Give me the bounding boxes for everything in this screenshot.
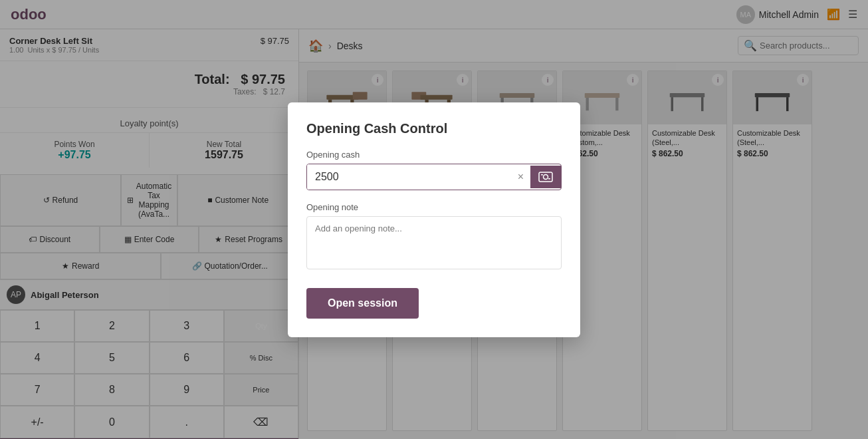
modal-overlay: Opening Cash Control Opening cash × Open… xyxy=(0,0,868,439)
svg-rect-20 xyxy=(539,172,552,182)
cash-icon-button[interactable] xyxy=(530,166,561,188)
svg-rect-22 xyxy=(541,174,543,176)
opening-note-label: Opening note xyxy=(306,202,562,212)
svg-point-21 xyxy=(544,174,548,179)
modal-title: Opening Cash Control xyxy=(306,121,562,136)
opening-cash-input[interactable] xyxy=(307,164,511,190)
opening-cash-label: Opening cash xyxy=(306,150,562,160)
opening-cash-modal: Opening Cash Control Opening cash × Open… xyxy=(288,102,580,337)
open-session-button[interactable]: Open session xyxy=(306,288,419,319)
svg-rect-23 xyxy=(548,178,550,180)
opening-cash-input-row: × xyxy=(306,164,562,190)
clear-cash-button[interactable]: × xyxy=(511,166,530,188)
opening-note-textarea[interactable] xyxy=(306,216,562,269)
